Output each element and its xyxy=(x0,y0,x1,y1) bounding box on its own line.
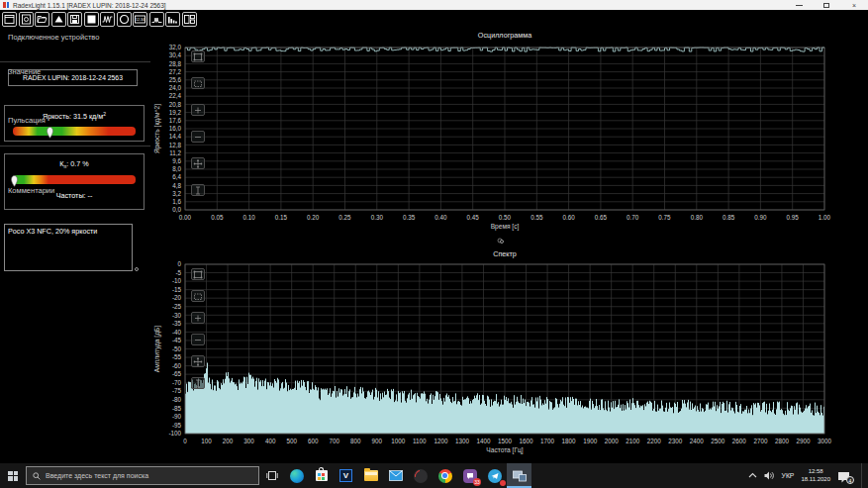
language-indicator[interactable]: УКР xyxy=(782,472,795,479)
svg-text:28,8: 28,8 xyxy=(169,60,182,67)
layout-icon xyxy=(184,14,195,25)
svg-text:-80: -80 xyxy=(172,396,182,403)
svg-text:-35: -35 xyxy=(172,320,182,327)
cursor-button[interactable] xyxy=(191,184,205,196)
file-explorer-taskbar-icon[interactable] xyxy=(358,463,383,488)
tray-expand-icon[interactable] xyxy=(748,472,757,479)
svg-text:-95: -95 xyxy=(172,422,182,429)
taskbar-search-input[interactable]: Введите здесь текст для поиска xyxy=(26,466,259,485)
radexlight-taskbar-icon[interactable] xyxy=(507,463,531,488)
svg-text:300: 300 xyxy=(243,438,254,444)
svg-text:-85: -85 xyxy=(172,405,182,412)
svg-text:1200: 1200 xyxy=(434,438,448,444)
svg-text:11,2: 11,2 xyxy=(169,149,181,156)
save-icon xyxy=(69,14,80,25)
blue-messenger-icon xyxy=(488,469,502,483)
v-app-taskbar-icon[interactable]: V xyxy=(334,463,358,488)
svg-text:2300: 2300 xyxy=(668,438,683,444)
preview-button[interactable] xyxy=(19,12,34,27)
svg-text:2400: 2400 xyxy=(690,438,705,444)
store-taskbar-icon[interactable] xyxy=(309,463,334,488)
svg-text:25,6: 25,6 xyxy=(169,76,182,83)
stop-button[interactable] xyxy=(84,12,99,27)
svg-text:-40: -40 xyxy=(172,329,182,336)
window-title: RadexLight 1.15.1 [RADEX LUPIN: 2018-12-… xyxy=(13,2,166,9)
svg-text:-30: -30 xyxy=(172,312,182,319)
svg-text:0.00: 0.00 xyxy=(179,214,192,221)
comments-text: Poco X3 NFC, 20% яркости xyxy=(8,227,97,236)
save-button[interactable] xyxy=(67,12,82,27)
svg-text:27,2: 27,2 xyxy=(169,68,182,75)
comments-resize-grip[interactable] xyxy=(135,267,139,271)
value-display-icon: 12.34 xyxy=(135,14,145,25)
radexlight-window-icon xyxy=(513,470,527,482)
notification-badge: 4 xyxy=(846,476,854,484)
value-display-button[interactable]: 12.34 xyxy=(133,12,147,27)
oscillogram-chart[interactable]: 32,030,428,827,225,624,022,420,819,217,6… xyxy=(150,28,868,247)
zoom-out-button[interactable] xyxy=(191,131,205,143)
task-view-button[interactable] xyxy=(259,463,284,488)
svg-text:4,8: 4,8 xyxy=(172,182,181,189)
oscillogram-button[interactable] xyxy=(100,12,115,27)
svg-text:17,6: 17,6 xyxy=(169,117,182,124)
title-bar[interactable]: RadexLight 1.15.1 [RADEX LUPIN: 2018-12-… xyxy=(0,0,868,10)
svg-text:200: 200 xyxy=(223,438,234,444)
mail-taskbar-icon[interactable] xyxy=(383,463,408,488)
svg-text:1.00: 1.00 xyxy=(819,214,831,221)
svg-text:6,4: 6,4 xyxy=(172,173,181,180)
record-icon xyxy=(119,14,130,25)
close-button[interactable]: × xyxy=(840,0,868,10)
edge-taskbar-icon[interactable] xyxy=(284,463,309,488)
svg-text:2900: 2900 xyxy=(796,438,811,444)
action-center-button[interactable]: 4 xyxy=(837,469,852,482)
svg-text:Осциллограмма: Осциллограмма xyxy=(478,31,531,40)
task-view-icon xyxy=(266,470,278,481)
pan-button[interactable] xyxy=(191,355,205,367)
spectrum-chart[interactable]: 0-5-10-15-20-25-30-35-40-45-50-55-60-65-… xyxy=(150,247,868,463)
svg-text:3,2: 3,2 xyxy=(172,190,181,197)
show-desktop-divider[interactable] xyxy=(861,463,862,488)
zoom-rect-button[interactable] xyxy=(191,290,205,302)
svg-text:1700: 1700 xyxy=(540,438,555,444)
restore-button[interactable] xyxy=(813,0,840,10)
dark-app-taskbar-icon[interactable] xyxy=(408,463,433,488)
spectrum-button[interactable] xyxy=(165,12,180,27)
svg-text:0.05: 0.05 xyxy=(211,214,224,221)
window-button[interactable] xyxy=(2,12,17,27)
volume-icon[interactable] xyxy=(764,471,775,480)
comments-textarea[interactable]: Poco X3 NFC, 20% яркости xyxy=(4,224,133,271)
zoom-extents-button[interactable] xyxy=(191,50,205,62)
layout-button[interactable] xyxy=(182,12,197,27)
cursor-button[interactable] xyxy=(191,377,205,389)
search-placeholder: Введите здесь текст для поиска xyxy=(46,472,148,479)
svg-text:-60: -60 xyxy=(172,362,182,369)
zoom-in-button[interactable] xyxy=(191,104,205,116)
start-measure-icon xyxy=(53,14,64,25)
zoom-in-button[interactable] xyxy=(191,312,205,324)
purple-messenger-taskbar-icon[interactable]: 33 xyxy=(457,463,482,488)
svg-text:-100: -100 xyxy=(168,430,181,437)
zoom-in-icon xyxy=(193,314,203,323)
svg-text:-55: -55 xyxy=(172,353,182,360)
zoom-out-button[interactable] xyxy=(191,334,205,345)
record-button[interactable] xyxy=(117,12,132,27)
chart-splitter-grip[interactable] xyxy=(500,240,504,244)
svg-text:600: 600 xyxy=(308,438,319,444)
svg-text:0.35: 0.35 xyxy=(403,214,416,221)
zoom-extents-button[interactable] xyxy=(191,268,205,280)
start-button[interactable] xyxy=(0,463,26,488)
clock[interactable]: 12:58 18.11.2020 xyxy=(801,468,830,484)
pulsation-button[interactable] xyxy=(149,12,164,27)
open-folder-button[interactable] xyxy=(35,12,49,27)
separator xyxy=(0,146,150,146)
mail-icon xyxy=(389,470,403,481)
start-measure-button[interactable] xyxy=(51,12,66,27)
chrome-taskbar-icon[interactable] xyxy=(433,463,457,488)
zoom-in-icon xyxy=(193,106,203,115)
svg-text:32,0: 32,0 xyxy=(169,44,182,50)
blue-messenger-taskbar-icon[interactable] xyxy=(482,463,507,488)
minimize-button[interactable] xyxy=(785,0,813,10)
svg-text:1600: 1600 xyxy=(520,438,534,444)
zoom-rect-button[interactable] xyxy=(191,77,205,89)
pan-button[interactable] xyxy=(191,157,205,169)
